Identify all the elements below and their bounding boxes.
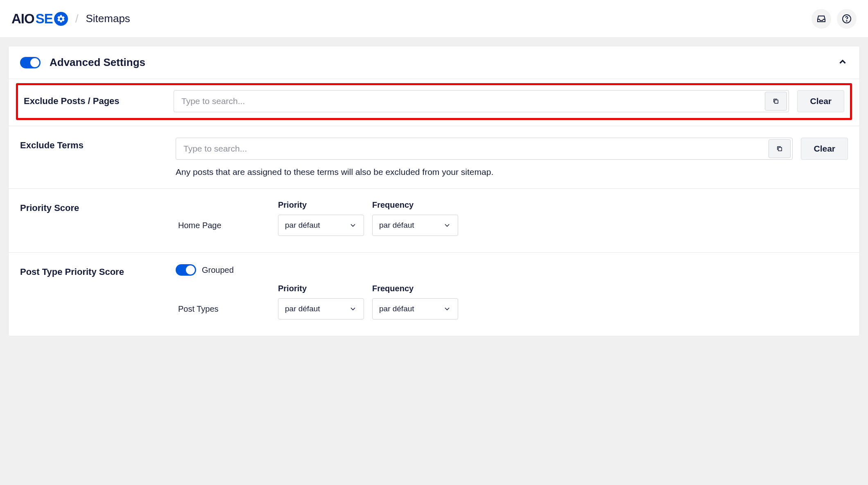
top-bar: AIOSE / Sitemaps bbox=[0, 0, 868, 38]
grouped-label: Grouped bbox=[202, 265, 234, 275]
breadcrumb-separator: / bbox=[75, 12, 79, 25]
exclude-terms-clear-button[interactable]: Clear bbox=[801, 138, 848, 160]
chevron-down-icon bbox=[349, 221, 357, 229]
help-button[interactable] bbox=[837, 9, 857, 29]
chevron-up-icon bbox=[837, 57, 848, 67]
advanced-settings-card: Advanced Settings Exclude Posts / Pages bbox=[8, 46, 860, 336]
toggle-knob bbox=[186, 265, 195, 274]
priority-col-header: Priority bbox=[278, 284, 364, 293]
copy-icon bbox=[776, 145, 783, 152]
post-types-row: Post Types par défaut par défaut bbox=[176, 298, 470, 320]
frequency-col-header: Frequency bbox=[372, 284, 458, 293]
exclude-terms-picker-button[interactable] bbox=[769, 139, 791, 158]
copy-icon bbox=[772, 97, 780, 105]
chevron-down-icon bbox=[443, 305, 451, 313]
card-header: Advanced Settings bbox=[9, 46, 859, 79]
post-types-label: Post Types bbox=[176, 304, 270, 314]
exclude-terms-row: Exclude Terms Clear Any posts that are a… bbox=[9, 126, 859, 189]
card-title: Advanced Settings bbox=[50, 56, 145, 69]
exclude-posts-picker-button[interactable] bbox=[765, 92, 787, 111]
exclude-posts-highlight: Exclude Posts / Pages Clear bbox=[16, 83, 852, 120]
post-types-frequency-select[interactable]: par défaut bbox=[372, 298, 458, 320]
exclude-posts-input[interactable] bbox=[174, 96, 765, 106]
logo-gear-icon bbox=[54, 12, 68, 26]
priority-home-page-row: Home Page par défaut par défaut bbox=[176, 215, 470, 236]
top-bar-right bbox=[811, 9, 857, 29]
priority-home-page-frequency-select[interactable]: par défaut bbox=[372, 215, 458, 236]
priority-col-header: Priority bbox=[278, 200, 364, 210]
exclude-posts-search-wrap bbox=[174, 90, 789, 112]
top-bar-left: AIOSE / Sitemaps bbox=[11, 11, 130, 27]
exclude-terms-label: Exclude Terms bbox=[20, 138, 159, 151]
post-type-priority-label: Post Type Priority Score bbox=[20, 264, 159, 277]
exclude-terms-input[interactable] bbox=[176, 144, 769, 154]
exclude-posts-clear-button[interactable]: Clear bbox=[797, 90, 844, 112]
priority-home-page-priority-select[interactable]: par défaut bbox=[278, 215, 364, 236]
advanced-settings-toggle[interactable] bbox=[20, 57, 41, 68]
priority-score-label: Priority Score bbox=[20, 200, 159, 213]
logo-se: SE bbox=[36, 11, 53, 27]
svg-point-1 bbox=[846, 20, 847, 21]
priority-score-row: Priority Score Priority Frequency Home P… bbox=[9, 189, 859, 253]
help-icon bbox=[842, 14, 852, 24]
collapse-button[interactable] bbox=[837, 57, 848, 69]
exclude-posts-label: Exclude Posts / Pages bbox=[24, 90, 157, 107]
post-types-priority-select[interactable]: par défaut bbox=[278, 298, 364, 320]
post-type-priority-row: Post Type Priority Score Grouped Priorit… bbox=[9, 253, 859, 336]
logo-aio: AIO bbox=[11, 11, 34, 27]
svg-rect-3 bbox=[778, 147, 782, 151]
logo: AIOSE bbox=[11, 11, 68, 27]
chevron-down-icon bbox=[349, 305, 357, 313]
inbox-icon bbox=[816, 14, 826, 24]
frequency-col-header: Frequency bbox=[372, 200, 458, 210]
chevron-down-icon bbox=[443, 221, 451, 229]
notifications-button[interactable] bbox=[811, 9, 831, 29]
exclude-terms-search-wrap bbox=[176, 138, 793, 160]
grouped-toggle[interactable] bbox=[176, 264, 196, 276]
svg-rect-2 bbox=[775, 100, 778, 103]
exclude-terms-helper: Any posts that are assigned to these ter… bbox=[176, 167, 848, 177]
toggle-knob bbox=[30, 58, 39, 67]
priority-home-page-label: Home Page bbox=[176, 221, 270, 230]
breadcrumb: Sitemaps bbox=[86, 12, 130, 25]
